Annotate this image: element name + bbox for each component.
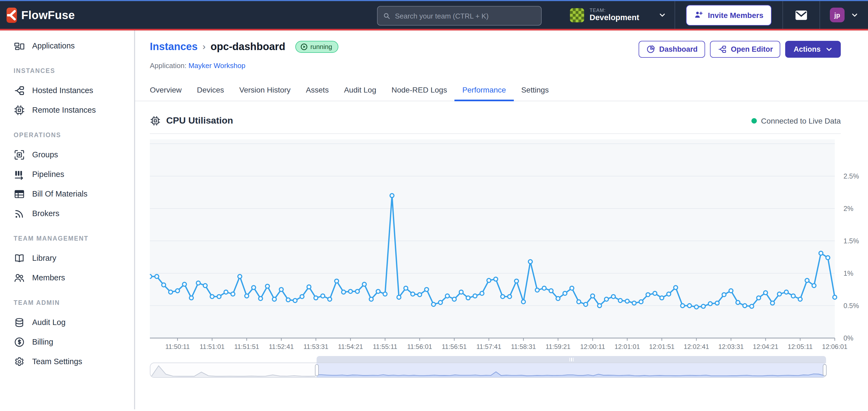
data-point[interactable]: [750, 304, 753, 308]
data-point[interactable]: [756, 296, 761, 300]
data-point[interactable]: [535, 288, 539, 292]
data-point[interactable]: [307, 285, 311, 289]
data-point[interactable]: [805, 278, 809, 282]
data-point[interactable]: [515, 279, 519, 283]
data-point[interactable]: [335, 279, 338, 283]
data-point[interactable]: [694, 305, 698, 309]
sidebar-item-members[interactable]: Members: [0, 268, 134, 287]
tab-settings[interactable]: Settings: [514, 80, 556, 101]
tab-assets[interactable]: Assets: [298, 80, 337, 101]
sidebar-item-remote-instances[interactable]: Remote Instances: [0, 100, 134, 120]
data-point[interactable]: [369, 297, 373, 301]
data-point[interactable]: [362, 282, 366, 286]
data-point[interactable]: [238, 275, 242, 278]
data-point[interactable]: [417, 293, 422, 297]
data-point[interactable]: [736, 301, 740, 304]
notifications-button[interactable]: [783, 9, 819, 21]
data-point[interactable]: [494, 277, 497, 281]
data-point[interactable]: [376, 289, 380, 293]
data-point[interactable]: [314, 296, 318, 300]
data-point[interactable]: [507, 295, 512, 298]
data-point[interactable]: [155, 275, 159, 278]
data-point[interactable]: [210, 295, 214, 298]
data-point[interactable]: [293, 299, 297, 302]
data-point[interactable]: [826, 256, 830, 260]
sidebar-item-billing[interactable]: Billing: [0, 332, 134, 352]
search-input[interactable]: [395, 12, 536, 20]
data-point[interactable]: [432, 302, 435, 306]
data-point[interactable]: [528, 260, 532, 264]
data-point[interactable]: [771, 301, 774, 305]
data-point[interactable]: [300, 295, 304, 298]
data-point[interactable]: [563, 292, 567, 295]
data-point[interactable]: [286, 298, 290, 302]
data-point[interactable]: [688, 304, 691, 308]
user-menu[interactable]: jp: [820, 8, 868, 22]
data-point[interactable]: [784, 290, 788, 294]
tab-audit-log[interactable]: Audit Log: [337, 80, 384, 101]
sidebar-item-audit-log[interactable]: Audit Log: [0, 312, 134, 332]
data-point[interactable]: [791, 294, 795, 298]
data-point[interactable]: [404, 286, 408, 290]
brush-right-handle[interactable]: [823, 364, 827, 376]
data-point[interactable]: [438, 301, 442, 304]
brush-left-handle[interactable]: [315, 364, 318, 376]
data-point[interactable]: [674, 285, 678, 289]
flowfuse-logo[interactable]: [6, 7, 17, 23]
data-point[interactable]: [279, 287, 283, 291]
data-point[interactable]: [452, 297, 456, 301]
data-point[interactable]: [597, 304, 601, 308]
tab-performance[interactable]: Performance: [455, 80, 514, 101]
application-link[interactable]: Mayker Workshop: [189, 62, 245, 70]
data-point[interactable]: [556, 297, 560, 301]
data-point[interactable]: [189, 296, 193, 300]
data-point[interactable]: [252, 285, 255, 289]
data-point[interactable]: [632, 301, 636, 305]
sidebar-item-library[interactable]: Library: [0, 248, 134, 268]
data-point[interactable]: [355, 289, 359, 293]
data-point[interactable]: [715, 301, 719, 305]
tab-devices[interactable]: Devices: [189, 80, 232, 101]
brush-grip-icon[interactable]: [569, 358, 574, 362]
data-point[interactable]: [231, 292, 235, 296]
data-point[interactable]: [348, 289, 352, 293]
data-point[interactable]: [425, 287, 429, 291]
data-point[interactable]: [473, 294, 477, 298]
data-point[interactable]: [591, 294, 594, 298]
data-point[interactable]: [183, 282, 186, 286]
data-point[interactable]: [522, 300, 525, 304]
data-point[interactable]: [743, 304, 747, 308]
data-point[interactable]: [273, 297, 276, 301]
data-point[interactable]: [618, 299, 622, 302]
sidebar-item-team-settings[interactable]: Team Settings: [0, 352, 134, 371]
team-search[interactable]: [377, 6, 541, 26]
brush-selection-strip[interactable]: [317, 356, 826, 363]
data-point[interactable]: [196, 281, 200, 285]
data-point[interactable]: [798, 297, 802, 301]
sidebar-item-groups[interactable]: Groups: [0, 145, 134, 164]
data-point[interactable]: [168, 290, 173, 294]
dashboard-button[interactable]: Dashboard: [638, 41, 705, 58]
data-point[interactable]: [445, 294, 449, 298]
team-selector[interactable]: TEAM: Development: [562, 1, 675, 29]
data-point[interactable]: [604, 297, 608, 301]
data-point[interactable]: [584, 302, 588, 306]
data-point[interactable]: [162, 283, 166, 287]
data-point[interactable]: [459, 290, 463, 294]
sidebar-item-brokers[interactable]: Brokers: [0, 204, 134, 223]
data-point[interactable]: [660, 296, 664, 300]
data-point[interactable]: [833, 295, 837, 299]
data-point[interactable]: [383, 292, 387, 296]
data-point[interactable]: [570, 286, 574, 290]
sidebar-item-hosted-instances[interactable]: Hosted Instances: [0, 80, 134, 100]
data-point[interactable]: [778, 292, 781, 296]
data-point[interactable]: [397, 295, 401, 299]
tab-version-history[interactable]: Version History: [231, 80, 298, 101]
data-point[interactable]: [150, 275, 152, 278]
data-point[interactable]: [577, 300, 581, 304]
sidebar-item-applications[interactable]: Applications: [0, 36, 134, 56]
data-point[interactable]: [639, 300, 643, 304]
data-point[interactable]: [390, 194, 394, 197]
brush-track[interactable]: [150, 363, 827, 378]
data-point[interactable]: [176, 289, 179, 293]
